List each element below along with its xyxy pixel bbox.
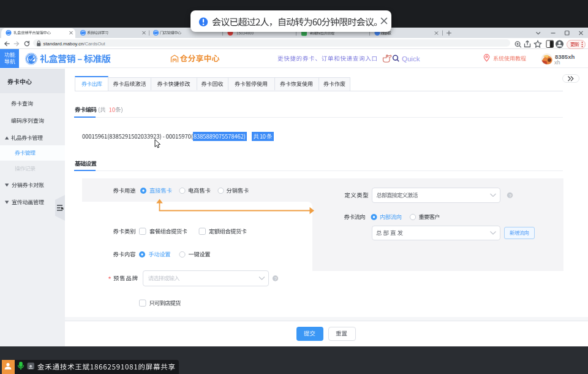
svg-text:?: ? [274,276,277,281]
